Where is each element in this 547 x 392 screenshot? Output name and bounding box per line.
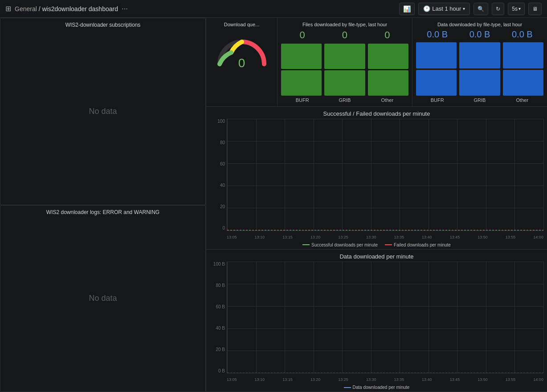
x-label-1335: 13:35 [394,235,404,239]
data-bar-bufr-1 [416,42,457,68]
time-label: Last 1 hour [432,5,461,12]
subscriptions-no-data: No data [89,107,117,116]
data-chart-svg [227,262,543,373]
legend-successful-label: Successful downloads per minute [311,242,378,247]
logs-title: WIS2 downloader logs: ERROR and WARNING [0,209,205,215]
refresh-button[interactable]: ↻ [492,3,504,15]
data-x-1340: 13:40 [422,377,432,382]
data-x-1310: 13:10 [255,377,265,382]
data-x-1400: 14:00 [533,377,543,382]
y-label-40b: 40 B [216,326,225,331]
general-link[interactable]: General [15,5,37,12]
data-panel: Data downloaded by file-type, last hour … [412,18,547,106]
downloads-chart-area: 100 80 60 40 20 0 [210,119,543,242]
legend-data-label: Data downloaded per minute [353,385,410,390]
grid-v-11 [543,119,544,230]
header-title: General / wis2downloader dashboard [15,5,118,12]
time-range-button[interactable]: 🕐 Last 1 hour ▾ [418,3,470,15]
x-label-1350: 13:50 [478,235,488,239]
x-label-1355: 13:55 [506,235,516,239]
data-bar-other-1 [503,42,543,68]
title-separator: / [37,5,42,12]
data-chart-inner [227,262,543,374]
logs-panel: WIS2 downloader logs: ERROR and WARNING … [0,205,206,392]
files-label-grib: GRIB [323,97,366,103]
zoom-out-button[interactable]: 🔍 [474,3,488,15]
files-labels: BUFR GRIB Other [281,97,408,103]
y-label-80b: 80 B [216,283,225,288]
gauge: 0 [215,33,269,69]
display-button[interactable]: 🖥 [528,3,542,15]
data-chart-area: 100 B 80 B 60 B 40 B 20 B 0 B [210,262,543,384]
refresh-interval-button[interactable]: 5s ▾ [508,3,525,15]
legend-successful: Successful downloads per minute [302,242,378,247]
data-x-1315: 13:15 [282,377,293,382]
clock-icon: 🕐 [423,5,430,12]
x-label-1400: 14:00 [533,235,543,239]
downloads-x-axis: 13:05 13:10 13:15 13:20 13:25 13:30 13:3… [227,233,543,242]
download-queue-panel: Download que... 0 [206,18,278,106]
legend-red-line [385,244,392,245]
data-label-other: Other [501,97,543,103]
data-bar-grib-1 [459,42,500,68]
data-y-axis: 100 B 80 B 60 B 40 B 20 B 0 B [210,262,227,374]
x-label-1325: 13:25 [338,235,348,239]
files-bar-grib-2 [324,70,365,96]
interval-label: 5s [512,6,518,12]
chevron-down-icon: ▾ [463,6,465,11]
downloads-chart-svg [227,119,543,230]
files-grib-value: 0 [342,29,347,41]
files-panel: Files downloaded by file-type, last hour… [278,18,412,106]
legend-data-downloaded: Data downloaded per minute [344,385,410,390]
y-label-40: 40 [220,183,225,188]
legend-green-line [302,244,310,245]
data-x-1350: 13:50 [478,377,488,382]
downloads-chart-box: Successful / Failed downloads per minute… [206,107,547,250]
data-bar-grib-2 [459,70,500,96]
data-x-1345: 13:45 [450,377,460,382]
x-label-1345: 13:45 [450,235,460,239]
display-icon: 🖥 [532,6,538,12]
data-x-1305: 13:05 [227,377,237,382]
downloads-chart-inner [227,119,543,231]
x-label-1310: 13:10 [255,235,265,239]
data-other-value: 0.0 B [512,29,533,40]
data-bars [416,42,543,96]
y-label-60: 60 [220,162,225,166]
zoom-icon: 🔍 [478,6,484,12]
files-bar-row-2 [281,70,408,96]
data-grib-value: 0.0 B [469,29,490,40]
data-x-1325: 13:25 [338,377,348,382]
data-label-bufr: BUFR [416,97,458,103]
data-x-1320: 13:20 [310,377,321,382]
share-icon[interactable]: ⋯ [122,5,128,12]
y-label-60b: 60 B [216,304,225,309]
downloads-y-axis: 100 80 60 40 20 0 [210,119,227,231]
left-panel: WIS2-downloader subscriptions No data WI… [0,18,206,392]
grid-icon[interactable]: ⊞ [5,4,11,13]
data-x-axis: 13:05 13:10 13:15 13:20 13:25 13:30 13:3… [227,375,543,384]
files-stats-row: 0 0 0 [281,29,408,41]
refresh-icon: ↻ [496,6,500,12]
x-label-1340: 13:40 [422,235,432,239]
files-stat-bufr: 0 [281,29,323,41]
files-bar-other-2 [368,70,408,96]
y-label-100: 100 [217,119,225,124]
logs-no-data: No data [89,294,117,303]
data-bar-other-2 [503,70,543,96]
data-x-1330: 13:30 [366,377,376,382]
subscriptions-title: WIS2-downloader subscriptions [0,22,205,28]
files-bar-bufr-2 [281,70,322,96]
data-bar-row-2 [416,70,543,96]
header: ⊞ General / wis2downloader dashboard ⋯ 📊… [0,0,547,18]
legend-failed-label: Failed downloads per minute [394,242,451,247]
y-label-100b: 100 B [213,262,225,267]
files-bufr-value: 0 [300,29,305,41]
data-stat-bufr: 0.0 B [416,29,458,40]
files-title: Files downloaded by file-type, last hour [281,21,408,28]
y-label-0: 0 [222,226,225,230]
x-label-1320: 13:20 [310,235,321,239]
grafana-button[interactable]: 📊 [399,3,415,15]
files-bar-row-1 [281,44,408,69]
y-label-80: 80 [220,140,225,145]
